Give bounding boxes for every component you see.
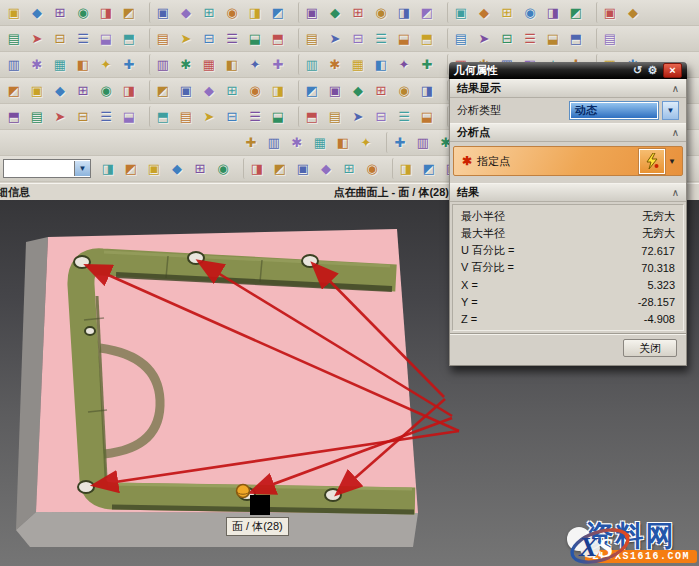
toolbar-icon[interactable]: ▥ [263,132,285,153]
toolbar-icon[interactable]: ◩ [3,80,25,101]
toolbar-icon[interactable]: ◨ [542,2,564,23]
toolbar-icon[interactable]: ⊟ [347,28,369,49]
toolbar-icon[interactable]: ▣ [298,2,323,23]
toolbar-icon[interactable]: ⬓ [244,28,266,49]
toolbar-icon[interactable]: ▣ [447,2,472,23]
toolbar-icon[interactable]: ▤ [324,106,346,127]
toolbar-icon[interactable]: ◧ [221,54,243,75]
chevron-up-icon[interactable]: ∧ [672,127,679,138]
toolbar-icon[interactable]: ☰ [519,28,541,49]
toolbar-icon[interactable]: ⊞ [221,80,243,101]
toolbar-icon[interactable]: ☰ [72,28,94,49]
toolbar-icon[interactable]: ⊞ [338,158,360,179]
toolbar-icon[interactable]: ▤ [149,28,174,49]
toolbar-icon[interactable]: ◨ [416,80,438,101]
analysis-type-dropdown-icon[interactable]: ▼ [662,101,679,120]
point-dialog-button[interactable] [639,149,665,174]
toolbar-icon[interactable]: ✱ [175,54,197,75]
toolbar-icon[interactable]: ◩ [267,2,289,23]
toolbar-icon[interactable]: ⬓ [267,106,289,127]
toolbar-icon[interactable]: ✦ [244,54,266,75]
toolbar-icon[interactable]: ▤ [447,28,472,49]
toolbar-icon[interactable]: ➤ [49,106,71,127]
toolbar-icon[interactable]: ☰ [393,106,415,127]
toolbar-icon[interactable]: ⬒ [267,28,289,49]
dialog-title-bar[interactable]: 几何属性 ↺ ⚙ × [449,62,687,79]
chevron-up-icon[interactable]: ∧ [672,187,679,198]
toolbar-icon[interactable]: ⬓ [542,28,564,49]
toolbar-icon[interactable]: ▥ [412,132,434,153]
toolbar-icon[interactable]: ◨ [97,158,119,179]
toolbar-icon[interactable]: ✚ [416,54,438,75]
toolbar-icon[interactable]: ➤ [473,28,495,49]
toolbar-icon[interactable]: ➤ [175,28,197,49]
close-icon[interactable]: × [663,63,682,78]
toolbar-icon[interactable]: ▤ [3,28,25,49]
toolbar-icon[interactable]: ▣ [143,158,165,179]
toolbar-icon[interactable]: ⊞ [49,2,71,23]
toolbar-icon[interactable]: ◩ [149,80,174,101]
toolbar-icon[interactable]: ⬒ [3,106,25,127]
toolbar-icon[interactable]: ◧ [72,54,94,75]
toolbar-icon[interactable]: ◆ [347,80,369,101]
toolbar-icon[interactable]: ⊞ [72,80,94,101]
toolbar-icon[interactable]: ◉ [72,2,94,23]
toolbar-icon[interactable]: ◩ [118,2,140,23]
toolbar-icon[interactable]: ◉ [244,80,266,101]
toolbar-icon[interactable]: ⊟ [198,28,220,49]
toolbar-icon[interactable]: ✚ [240,132,262,153]
section-result[interactable]: 结果 ∧ [450,183,686,202]
toolbar-icon[interactable]: ⊟ [370,106,392,127]
toolbar-icon[interactable]: ⊟ [496,28,518,49]
toolbar-icon[interactable]: ▦ [49,54,71,75]
toolbar-icon[interactable]: ◨ [244,2,266,23]
toolbar-icon[interactable]: ⬓ [118,106,140,127]
toolbar-icon[interactable]: ◉ [519,2,541,23]
toolbar-icon[interactable]: ⬒ [416,28,438,49]
toolbar-icon[interactable]: ◩ [416,2,438,23]
toolbar-icon[interactable]: ✦ [95,54,117,75]
analysis-type-select[interactable]: 动态 [570,102,658,119]
toolbar-icon[interactable]: ☰ [244,106,266,127]
hole-marker[interactable] [78,481,94,493]
toolbar-icon[interactable]: ◨ [392,158,417,179]
toolbar-icon[interactable]: ◆ [49,80,71,101]
toolbar-icon[interactable]: ☰ [221,28,243,49]
toolbar-icon[interactable]: ◆ [175,2,197,23]
toolbar-icon[interactable]: ◆ [473,2,495,23]
toolbar-icon[interactable]: ◨ [393,2,415,23]
toolbar-icon[interactable]: ☰ [95,106,117,127]
toolbar-icon[interactable]: ◆ [315,158,337,179]
toolbar-icon[interactable]: ⊟ [49,28,71,49]
section-result-display[interactable]: 结果显示 ∧ [450,79,686,98]
toolbar-icon[interactable]: ◨ [243,158,268,179]
toolbar-icon[interactable]: ▣ [292,158,314,179]
gear-icon[interactable]: ⚙ [645,64,660,77]
point-options-dropdown-icon[interactable]: ▼ [665,150,679,173]
toolbar-icon[interactable]: ✱ [324,54,346,75]
toolbar-icon[interactable]: ◉ [370,2,392,23]
section-analysis-point[interactable]: 分析点 ∧ [450,123,686,142]
toolbar-icon[interactable]: ▤ [298,28,323,49]
toolbar-icon[interactable]: ⬒ [118,28,140,49]
toolbar-icon[interactable]: ◆ [324,2,346,23]
toolbar-icon[interactable]: ◉ [212,158,234,179]
toolbar-icon[interactable]: ✦ [393,54,415,75]
selection-filter-combo[interactable]: ▼ [3,159,91,178]
toolbar-icon[interactable]: ▥ [149,54,174,75]
toolbar-icon[interactable]: ⬓ [95,28,117,49]
toolbar-icon[interactable]: ➤ [347,106,369,127]
toolbar-icon[interactable]: ▣ [149,2,174,23]
toolbar-icon[interactable]: ◧ [332,132,354,153]
toolbar-icon[interactable]: ⊟ [72,106,94,127]
toolbar-icon[interactable]: ◧ [370,54,392,75]
toolbar-icon[interactable]: ✚ [267,54,289,75]
toolbar-icon[interactable]: ◉ [361,158,383,179]
toolbar-icon[interactable]: ✱ [26,54,48,75]
toolbar-icon[interactable]: ◨ [95,2,117,23]
toolbar-icon[interactable]: ⊞ [189,158,211,179]
toolbar-icon[interactable]: ⊞ [370,80,392,101]
toolbar-icon[interactable]: ✦ [355,132,377,153]
toolbar-icon[interactable]: ▥ [3,54,25,75]
toolbar-icon[interactable]: ⬒ [298,106,323,127]
